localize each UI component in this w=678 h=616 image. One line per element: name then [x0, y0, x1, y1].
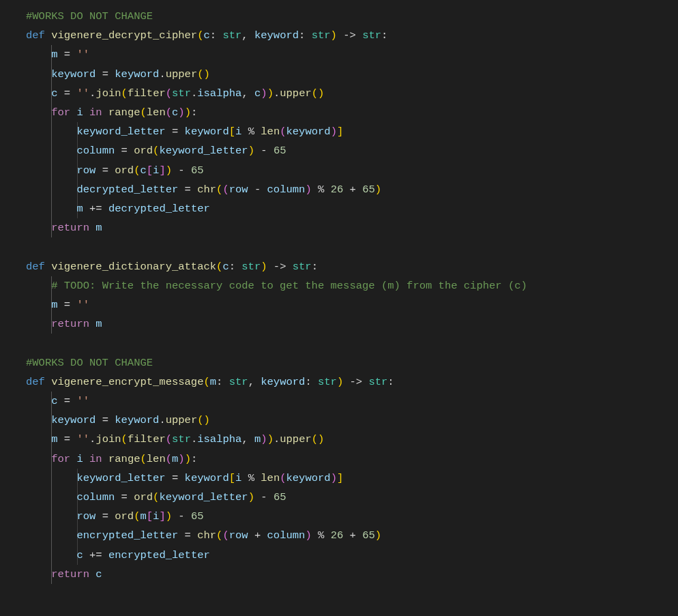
comment: #WORKS DO NOT CHANGE — [26, 10, 153, 23]
type: str — [222, 29, 241, 42]
code-line[interactable]: m = '' — [26, 45, 678, 64]
code-line[interactable]: for i in range(len(c)): — [26, 103, 678, 122]
code-line[interactable]: c = ''.join(filter(str.isalpha, c)).uppe… — [26, 84, 678, 103]
comment: #WORKS DO NOT CHANGE — [26, 357, 153, 369]
code-line[interactable]: encrypted_letter = chr((row + column) % … — [26, 526, 678, 545]
code-line[interactable]: return m — [26, 314, 678, 334]
param: keyword — [254, 29, 299, 42]
code-line[interactable]: m = '' — [26, 295, 678, 314]
blank-line[interactable] — [26, 334, 678, 353]
code-line[interactable]: c = '' — [26, 392, 678, 411]
number-literal: 65 — [274, 145, 286, 157]
function-name: vigenere_decrypt_cipher — [51, 29, 197, 42]
code-editor[interactable]: #WORKS DO NOT CHANGE def vigenere_decryp… — [0, 7, 678, 584]
code-line[interactable]: def vigenere_encrypt_message(m: str, key… — [26, 372, 678, 392]
code-line[interactable]: keyword_letter = keyword[i % len(keyword… — [26, 122, 678, 141]
keyword-def: def — [26, 29, 45, 42]
keyword-return: return — [51, 222, 89, 234]
function-name: vigenere_dictionary_attack — [51, 261, 216, 273]
code-line[interactable]: c += encrypted_letter — [26, 546, 678, 565]
code-line[interactable]: keyword = keyword.upper() — [26, 65, 678, 84]
code-line[interactable]: #WORKS DO NOT CHANGE — [26, 353, 678, 372]
param: c — [203, 29, 209, 42]
code-line[interactable]: return m — [26, 218, 678, 237]
code-line[interactable]: column = ord(keyword_letter) - 65 — [26, 141, 678, 160]
code-line[interactable]: # TODO: Write the necessary code to get … — [26, 276, 678, 295]
code-line[interactable]: column = ord(keyword_letter) - 65 — [26, 488, 678, 507]
code-line[interactable]: m += decrypted_letter — [26, 199, 678, 218]
code-line[interactable]: row = ord(c[i]) - 65 — [26, 161, 678, 180]
string-literal: '' — [76, 48, 89, 61]
code-line[interactable]: for i in range(len(m)): — [26, 450, 678, 469]
code-line[interactable]: return c — [26, 565, 678, 584]
code-line[interactable]: def vigenere_decrypt_cipher(c: str, keyw… — [26, 26, 678, 45]
code-line[interactable]: decrypted_letter = chr((row - column) % … — [26, 180, 678, 199]
code-line[interactable]: def vigenere_dictionary_attack(c: str) -… — [26, 257, 678, 276]
code-line[interactable]: row = ord(m[i]) - 65 — [26, 507, 678, 526]
todo-comment: # TODO: Write the necessary code to get … — [51, 280, 527, 292]
code-line[interactable]: m = ''.join(filter(str.isalpha, m)).uppe… — [26, 430, 678, 449]
code-line[interactable]: keyword_letter = keyword[i % len(keyword… — [26, 469, 678, 488]
code-line[interactable]: #WORKS DO NOT CHANGE — [26, 7, 678, 26]
function-name: vigenere_encrypt_message — [51, 376, 203, 388]
keyword-for: for — [51, 106, 70, 119]
code-line[interactable]: keyword = keyword.upper() — [26, 411, 678, 430]
blank-line[interactable] — [26, 237, 678, 256]
